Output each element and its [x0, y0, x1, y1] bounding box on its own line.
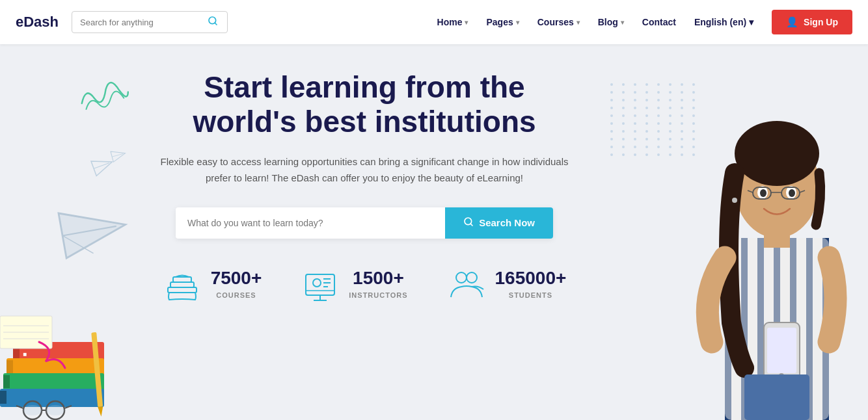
instructor-icon	[301, 265, 340, 304]
search-now-button[interactable]: Search Now	[445, 207, 553, 239]
language-selector[interactable]: English (en) ▾	[694, 17, 753, 27]
nav-courses[interactable]: Courses ▾	[537, 17, 580, 27]
chevron-down-icon: ▾	[576, 19, 580, 26]
hero-section: (function(){ var d = document.querySelec…	[0, 44, 868, 420]
students-icon	[447, 265, 486, 304]
nav-pages[interactable]: Pages ▾	[486, 17, 519, 27]
navbar: eDash Home ▾ Pages ▾ Courses ▾ Blog ▾ Co…	[0, 0, 868, 44]
logo: eDash	[16, 14, 59, 31]
svg-point-46	[760, 189, 766, 197]
svg-rect-54	[764, 228, 790, 248]
svg-rect-63	[173, 277, 191, 282]
search-input[interactable]	[80, 18, 204, 27]
svg-point-53	[732, 198, 737, 203]
svg-rect-13	[7, 360, 13, 373]
svg-line-3	[94, 163, 109, 169]
svg-marker-19	[98, 406, 103, 417]
user-icon: 👤	[786, 16, 798, 28]
search-icon	[463, 217, 474, 230]
courses-stat-text: 7500+ COURSES	[211, 268, 262, 300]
scribble-decoration	[75, 73, 133, 125]
svg-rect-16	[0, 389, 104, 407]
svg-rect-58	[744, 374, 809, 420]
svg-text:■: ■	[23, 350, 27, 358]
instructors-stat-text: 1500+ INSTRUCTORS	[349, 268, 407, 300]
svg-point-66	[313, 279, 321, 287]
svg-point-47	[789, 189, 795, 197]
girl-illustration	[686, 95, 868, 420]
nav-blog[interactable]: Blog ▾	[598, 17, 624, 27]
hero-search-input[interactable]	[176, 209, 445, 237]
nav-contact[interactable]: Contact	[642, 17, 676, 27]
hero-subtitle: Flexible easy to access learning opportu…	[156, 153, 573, 187]
svg-line-60	[470, 224, 472, 226]
instructors-stat: 1500+ INSTRUCTORS	[301, 265, 407, 304]
hero-title: Start learning from the world's best ins…	[156, 70, 573, 139]
svg-point-26	[46, 405, 64, 415]
hero-search-box[interactable]: Search Now	[176, 207, 553, 239]
nav-home[interactable]: Home ▾	[437, 17, 468, 27]
signup-button[interactable]: 👤 Sign Up	[772, 10, 852, 34]
books-icon	[163, 265, 202, 304]
svg-rect-62	[170, 282, 194, 287]
svg-rect-61	[168, 287, 197, 293]
search-bar[interactable]	[72, 11, 228, 33]
svg-rect-17	[0, 391, 7, 404]
svg-point-43	[735, 121, 819, 186]
books-decoration: ■	[0, 212, 130, 420]
chevron-down-icon: ▾	[749, 17, 753, 27]
students-stat-text: 165000+ STUDENTS	[495, 268, 567, 300]
hero-content: Start learning from the world's best ins…	[143, 70, 586, 304]
chevron-down-icon: ▾	[465, 19, 468, 26]
students-stat: 165000+ STUDENTS	[447, 265, 567, 304]
nav-links: Home ▾ Pages ▾ Courses ▾ Blog ▾ Contact …	[437, 10, 852, 34]
svg-rect-14	[3, 373, 104, 391]
svg-point-72	[456, 272, 467, 283]
svg-line-1	[215, 23, 217, 25]
svg-point-73	[467, 272, 477, 283]
stats-section: 7500+ COURSES	[156, 265, 573, 304]
chevron-down-icon: ▾	[621, 19, 624, 26]
search-icon	[208, 16, 218, 29]
courses-stat: 7500+ COURSES	[163, 265, 262, 304]
svg-point-25	[23, 405, 42, 415]
svg-rect-56	[767, 328, 796, 373]
chevron-down-icon: ▾	[516, 19, 519, 26]
svg-rect-15	[3, 375, 10, 388]
